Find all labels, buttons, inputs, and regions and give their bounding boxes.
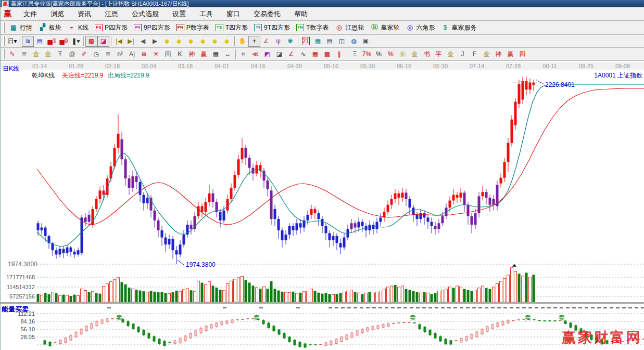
price-grid-tool[interactable]: ≣ xyxy=(18,49,30,60)
k-mark-tool[interactable]: K xyxy=(174,49,186,60)
menu-news[interactable]: 资讯 xyxy=(71,8,98,19)
next-bar-button[interactable]: ▶ xyxy=(149,36,161,47)
brush-write-tool[interactable]: 书 xyxy=(421,49,433,60)
spiral-tool[interactable]: @ xyxy=(66,49,78,60)
red-grid-b-tool[interactable]: ▩ xyxy=(321,49,333,60)
diamond-reset-button[interactable]: ◆ xyxy=(221,36,233,47)
p-square-button[interactable]: PSP四方形 xyxy=(92,22,131,34)
fan-lines-red-icon: ≪ xyxy=(252,50,259,58)
percent-tool[interactable]: % xyxy=(373,49,385,60)
j-slash-tool[interactable]: J xyxy=(457,49,469,60)
export-web-button[interactable]: ◍ xyxy=(348,36,360,47)
menu-gann[interactable]: 江恩 xyxy=(98,8,125,19)
9t-square-button[interactable]: T99T四方形 xyxy=(251,22,293,34)
gann-box-tool[interactable]: ⌗ xyxy=(237,49,249,60)
diamond-vexpand-button[interactable]: ◆ xyxy=(209,36,221,47)
diamond-right-button[interactable]: ◆ xyxy=(173,36,185,47)
menu-settings[interactable]: 设置 xyxy=(166,8,193,19)
svg-text:84.16: 84.16 xyxy=(20,318,35,325)
svg-text:04-01: 04-01 xyxy=(214,63,229,69)
brain-tool-button[interactable]: ✾ xyxy=(284,36,296,47)
gann-wheel-button[interactable]: ◎江恩轮 xyxy=(332,22,367,34)
menu-browse[interactable]: 浏览 xyxy=(44,8,71,19)
time-cycle-tool[interactable]: ◷ xyxy=(90,49,102,60)
ying-grid-tool[interactable]: 赢 xyxy=(198,49,210,60)
shen-slash-tool[interactable]: 神 xyxy=(493,49,504,60)
fan-shaded-purple-tool[interactable]: ◩ xyxy=(261,49,273,60)
calculator-button[interactable]: ▦ xyxy=(312,36,324,47)
gold-slash-b-tool[interactable]: 金 xyxy=(481,49,493,60)
crosshair-button[interactable]: + xyxy=(248,36,260,47)
percent-7-tool[interactable]: 7% xyxy=(361,49,373,60)
candle-style-dropdown[interactable]: ❚▾ xyxy=(70,36,82,47)
parallel-lines-tool[interactable]: ∥ xyxy=(333,49,345,60)
notes-button[interactable]: ▤ xyxy=(324,36,336,47)
p-number-table-button[interactable]: PNP数字表 xyxy=(173,22,212,34)
si-slash-tool[interactable]: 四 xyxy=(516,49,528,60)
svg-text:日K线: 日K线 xyxy=(3,65,19,72)
menu-formula-picker[interactable]: 公式选股 xyxy=(125,8,166,19)
f-grid-tool[interactable]: Ŧ xyxy=(54,49,66,60)
export-pc-button[interactable]: ▣ xyxy=(360,36,372,47)
prev-bar-button[interactable]: ◀ xyxy=(137,36,149,47)
gann-pen-tool[interactable]: ✎ xyxy=(6,49,18,60)
cycle-mark-button[interactable]: ψ xyxy=(272,36,284,47)
circle-cross-tool[interactable]: ⊕ xyxy=(138,49,150,60)
kline-button[interactable]: ⌁K线 xyxy=(65,22,92,34)
first-screen-button[interactable]: |◀ xyxy=(113,36,125,47)
t-number-table-button[interactable]: TNT数字表 xyxy=(293,22,332,34)
hexagon-button[interactable]: ◎六角形 xyxy=(402,22,438,34)
shen-grid-tool[interactable]: 神 xyxy=(186,49,198,60)
ying-slash-tool[interactable]: 赢 xyxy=(504,49,516,60)
hand-tool-button[interactable]: ✋ xyxy=(236,36,248,47)
time-grid-tool[interactable]: ≣ xyxy=(102,49,114,60)
calendar-button[interactable]: 21 xyxy=(300,36,312,47)
kline-chart-canvas[interactable]: 01-1401-2802-1803-0403-1804-0104-1604-30… xyxy=(1,62,644,350)
period-day-dropdown[interactable]: 日▾ xyxy=(6,36,18,47)
9p-square-button[interactable]: P99P四方形 xyxy=(131,22,173,34)
n-square-tool[interactable]: n² xyxy=(114,49,126,60)
red-pen-tool[interactable]: ✐ xyxy=(78,49,90,60)
save-button[interactable]: ◫ xyxy=(336,36,348,47)
last-screen-button[interactable]: ▶| xyxy=(125,36,137,47)
flat-box-tool[interactable]: 平 xyxy=(433,49,445,60)
bars-3-button[interactable]: ▅3 xyxy=(46,36,58,47)
winner-wheel-button[interactable]: Ⓑ赢家轮 xyxy=(367,22,402,34)
gold-grid-b-tool[interactable]: 金 xyxy=(42,49,54,60)
angle-line-tool[interactable]: ∠ xyxy=(285,49,297,60)
percent-lines-tool[interactable]: % xyxy=(385,49,397,60)
diamond-left-button[interactable]: ◆ xyxy=(161,36,173,47)
a-channel-tool[interactable]: A| xyxy=(126,49,138,60)
grid-123-tool[interactable]: ▦ xyxy=(210,49,222,60)
square-spiral-tool[interactable]: 回 xyxy=(162,49,174,60)
sectors-button[interactable]: ▞板块 xyxy=(35,22,65,34)
diamond-hshrink-button[interactable]: ◆ xyxy=(197,36,209,47)
zigzag-tool[interactable]: ∿ xyxy=(297,49,309,60)
gold-circle-tool[interactable]: ㊎ xyxy=(397,49,409,60)
trendline-button[interactable]: ∠ xyxy=(260,36,272,47)
scale-bars-tool[interactable]: Ξ xyxy=(349,49,361,60)
star-ray-tool[interactable]: ✳ xyxy=(150,49,162,60)
fan-lines-red-tool[interactable]: ≪ xyxy=(249,49,261,60)
volume-profile-button[interactable]: ◪ xyxy=(97,36,109,47)
red-grid-a-tool[interactable]: ▦ xyxy=(309,49,321,60)
gann-region-button[interactable]: ▩ xyxy=(85,36,97,47)
quotes-button[interactable]: ▦行情 xyxy=(6,22,35,34)
winner-service-button[interactable]: $赢家服务 xyxy=(438,22,479,34)
info-view-button[interactable]: ▤ xyxy=(34,36,46,47)
diamond-hexpand-button[interactable]: ◆ xyxy=(185,36,197,47)
pattern-view-button[interactable]: ≋ xyxy=(22,36,34,47)
menu-file[interactable]: 文件 xyxy=(17,8,44,19)
bar-width-tool[interactable]: ↔ xyxy=(222,49,234,60)
menu-tools[interactable]: 工具 xyxy=(193,8,220,19)
menu-window[interactable]: 窗口 xyxy=(220,8,247,19)
bars-9-button[interactable]: ▅9 xyxy=(58,36,70,47)
gold-slash-a-tool[interactable]: 金 xyxy=(445,49,457,60)
f-slash-tool[interactable]: F xyxy=(469,49,481,60)
fan-shaded-dark-tool[interactable]: ◪ xyxy=(273,49,285,60)
menu-help[interactable]: 帮助 xyxy=(287,8,314,19)
gold-lines-tool[interactable]: 金 xyxy=(409,49,421,60)
t-square-button[interactable]: TST四方形 xyxy=(212,22,251,34)
gold-grid-a-tool[interactable]: 金 xyxy=(30,49,42,60)
menu-trade[interactable]: 交易委托 xyxy=(247,8,287,19)
